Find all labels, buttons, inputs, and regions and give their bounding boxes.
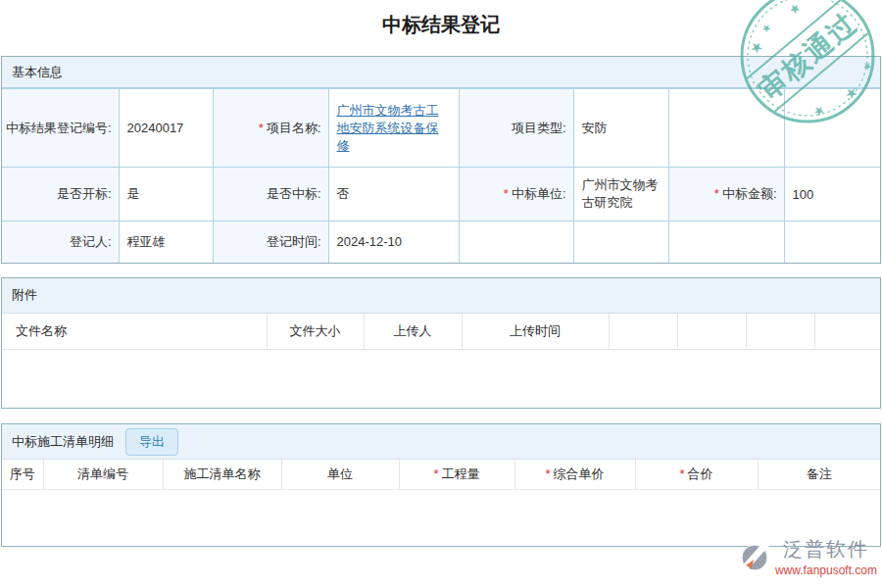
table-row: 中标结果登记编号: 20240017 *项目名称: 广州市文物考古工地安防系统设… xyxy=(2,89,880,168)
label-text: 登记人: xyxy=(70,234,112,249)
project-name-link[interactable]: 广州市文物考古工地安防系统设备保修 xyxy=(337,103,439,153)
label-text: 综合单价 xyxy=(554,466,605,481)
column-header-remark: 备注 xyxy=(758,460,880,489)
empty-cell xyxy=(668,89,784,168)
column-header-total-price: *合价 xyxy=(635,460,758,489)
field-value-bid-opened: 是 xyxy=(119,168,213,221)
label-text: 合价 xyxy=(688,466,713,481)
label-text: 项目类型: xyxy=(512,121,566,135)
field-value-registrant: 程亚雄 xyxy=(119,221,213,263)
table-row: 登记人: 程亚雄 登记时间: 2024-12-10 xyxy=(2,221,880,263)
field-value-winning-amount: 100 xyxy=(784,168,880,221)
column-header-empty xyxy=(609,314,677,350)
column-header-list-name: 施工清单名称 xyxy=(163,460,281,489)
field-value-project-type: 安防 xyxy=(573,89,668,168)
table-row: 是否开标: 是 是否中标: 否 *中标单位: 广州市文物考古研究院 *中标金额:… xyxy=(2,168,880,221)
field-label-bid-opened: 是否开标: xyxy=(2,168,119,221)
empty-cell xyxy=(784,221,880,263)
label-text: 登记时间: xyxy=(267,234,321,249)
column-header-seq-no: 序号 xyxy=(2,460,43,489)
bid-construction-list-title: 中标施工清单明细 xyxy=(12,433,114,451)
column-header-uploader: 上传人 xyxy=(364,314,462,350)
column-header-file-size: 文件大小 xyxy=(267,314,364,350)
required-marker: * xyxy=(714,186,719,201)
required-marker: * xyxy=(679,466,684,481)
attachments-section-title: 附件 xyxy=(2,278,880,314)
basic-info-table: 中标结果登记编号: 20240017 *项目名称: 广州市文物考古工地安防系统设… xyxy=(2,88,880,263)
attachments-section: 附件 文件名称 文件大小 上传人 上传时间 xyxy=(1,277,881,410)
column-header-quantity: *工程量 xyxy=(399,460,514,489)
attachments-header-row: 文件名称 文件大小 上传人 上传时间 xyxy=(2,314,880,350)
field-value-registration-time: 2024-12-10 xyxy=(328,221,459,263)
fanpu-logo-icon xyxy=(738,540,771,573)
field-value-winning-unit: 广州市文物考古研究院 xyxy=(573,168,668,221)
field-label-project-type: 项目类型: xyxy=(459,89,573,168)
field-label-winning-amount: *中标金额: xyxy=(668,168,784,221)
column-header-upload-time: 上传时间 xyxy=(462,314,609,350)
column-header-unit: 单位 xyxy=(281,460,399,489)
empty-cell xyxy=(573,221,668,263)
field-label-registrant: 登记人: xyxy=(2,221,119,263)
export-button[interactable]: 导出 xyxy=(125,428,178,456)
column-header-list-no: 清单编号 xyxy=(43,460,163,489)
column-header-unit-price: *综合单价 xyxy=(514,460,635,489)
required-marker: * xyxy=(545,466,550,481)
star-icon: ★ xyxy=(746,36,766,58)
required-marker: * xyxy=(433,466,438,481)
empty-cell xyxy=(459,221,573,263)
field-label-project-name: *项目名称: xyxy=(213,89,328,168)
field-label-winning-unit: *中标单位: xyxy=(459,168,573,221)
brand-name: 泛普软件 xyxy=(783,536,869,563)
brand-text-wrap: 泛普软件 www.fanpusoft.com xyxy=(775,536,877,577)
bid-construction-list-table: 序号 清单编号 施工清单名称 单位 *工程量 *综合单价 *合价 备注 xyxy=(2,460,880,490)
list-header-row: 序号 清单编号 施工清单名称 单位 *工程量 *综合单价 *合价 备注 xyxy=(2,460,880,489)
required-marker: * xyxy=(504,186,509,201)
label-text: 是否开标: xyxy=(57,186,112,201)
empty-cell xyxy=(668,221,784,263)
bid-construction-list-section: 中标施工清单明细 导出 序号 清单编号 施工清单名称 单位 *工程量 *综合单价… xyxy=(1,423,881,547)
column-header-empty xyxy=(677,314,746,350)
page-title: 中标结果登记 xyxy=(0,12,882,39)
basic-info-section-title: 基本信息 xyxy=(2,57,880,88)
label-text: 项目名称: xyxy=(267,121,321,135)
basic-info-section: 基本信息 中标结果登记编号: 20240017 *项目名称: 广州市文物考古工地… xyxy=(1,56,881,264)
field-value-project-name: 广州市文物考古工地安防系统设备保修 xyxy=(328,89,459,168)
empty-cell xyxy=(784,89,880,168)
field-label-registration-no: 中标结果登记编号: xyxy=(2,89,119,168)
brand-url: www.fanpusoft.com xyxy=(775,564,877,577)
attachments-empty-body xyxy=(2,350,880,408)
bid-construction-list-header: 中标施工清单明细 导出 xyxy=(2,424,880,460)
label-text: 工程量 xyxy=(442,466,480,481)
label-text: 中标金额: xyxy=(722,186,777,201)
label-text: 中标单位: xyxy=(512,186,566,201)
footer-brand: 泛普软件 www.fanpusoft.com xyxy=(738,536,877,577)
field-value-bid-won: 否 xyxy=(328,168,459,221)
column-header-empty xyxy=(814,314,880,350)
field-label-registration-time: 登记时间: xyxy=(213,221,328,263)
required-marker: * xyxy=(259,121,264,135)
label-text: 是否中标: xyxy=(267,186,321,201)
attachments-table: 文件名称 文件大小 上传人 上传时间 xyxy=(2,314,880,351)
label-text: 中标结果登记编号: xyxy=(6,121,112,135)
field-value-registration-no: 20240017 xyxy=(119,89,213,168)
column-header-empty xyxy=(746,314,814,350)
column-header-file-name: 文件名称 xyxy=(2,314,267,350)
field-label-bid-won: 是否中标: xyxy=(213,168,328,221)
